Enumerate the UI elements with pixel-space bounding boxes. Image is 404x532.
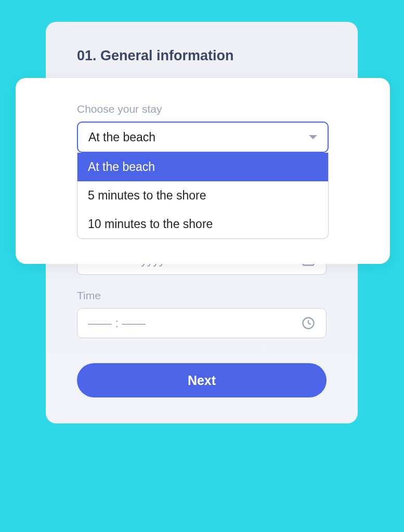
stay-select[interactable]: At the beach <box>77 122 329 153</box>
clock-icon <box>301 316 316 330</box>
time-field: Time —— : —— <box>77 289 327 338</box>
dropdown-popup: Choose your stay At the beach At the bea… <box>16 78 390 264</box>
time-input[interactable]: —— : —— <box>77 308 327 338</box>
time-label: Time <box>77 289 327 302</box>
svg-line-6 <box>308 323 311 324</box>
stay-options-list: At the beach 5 minutes to the shore 10 m… <box>77 153 329 239</box>
stay-label: Choose your stay <box>77 103 329 115</box>
stay-option-at-the-beach[interactable]: At the beach <box>77 153 328 181</box>
stay-option-5-minutes[interactable]: 5 minutes to the shore <box>77 181 328 210</box>
stay-selected-value: At the beach <box>88 130 155 144</box>
next-button[interactable]: Next <box>77 363 327 397</box>
time-placeholder: —— : —— <box>88 316 146 330</box>
chevron-down-icon <box>309 135 317 139</box>
stay-option-10-minutes[interactable]: 10 minutes to the shore <box>77 210 328 238</box>
section-title: 01. General information <box>77 48 327 64</box>
